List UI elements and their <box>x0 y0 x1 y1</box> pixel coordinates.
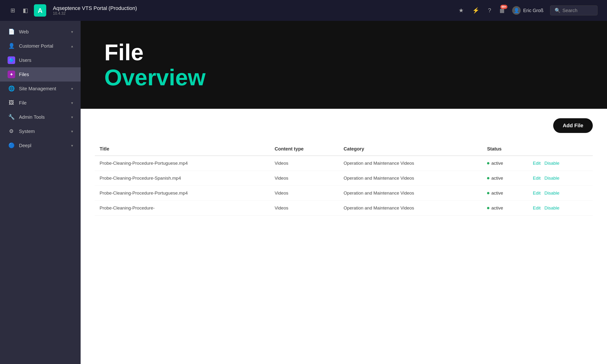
status-dot <box>487 192 489 194</box>
chevron-icon: ▾ <box>71 30 73 34</box>
col-content-type: Content type <box>270 143 339 156</box>
users-icon: 🔷 <box>8 56 15 64</box>
cell-content-type: Videos <box>270 201 339 216</box>
chevron-icon: ▾ <box>71 87 73 91</box>
add-file-button[interactable]: Add File <box>553 118 593 133</box>
cell-title: Probe-Cleaning-Procedure-Portuguese.mp4 <box>95 186 270 201</box>
app-version: 10.4.32 <box>53 11 137 16</box>
disable-link[interactable]: Disable <box>544 176 559 181</box>
search-label: Search <box>562 8 577 13</box>
cell-title: Probe-Cleaning-Procedure- <box>95 201 270 216</box>
chevron-icon: ▾ <box>71 129 73 134</box>
cell-category: Operation and Maintenance Videos <box>339 156 482 171</box>
sidebar-label-users: Users <box>19 58 73 63</box>
topbar: ⊞ ◧ A Aqseptence VTS Portal (Production)… <box>0 0 607 21</box>
chevron-icon: ▾ <box>71 101 73 105</box>
status-text: active <box>491 176 503 181</box>
edit-link[interactable]: Edit <box>533 206 541 210</box>
cell-status: active <box>482 201 528 216</box>
sidebar-label-admin-tools: Admin Tools <box>19 115 67 120</box>
status-text: active <box>491 206 503 211</box>
col-title: Title <box>95 143 270 156</box>
sidebar-label-deepl: Deepl <box>19 143 67 148</box>
cell-title: Probe-Cleaning-Procedure-Portuguese.mp4 <box>95 156 270 171</box>
lightning-icon[interactable]: ⚡ <box>471 6 480 15</box>
col-category: Category <box>339 143 482 156</box>
table-row: Probe-Cleaning-Procedure-Portuguese.mp4V… <box>95 156 593 171</box>
status-text: active <box>491 191 503 196</box>
edit-link[interactable]: Edit <box>533 191 541 195</box>
app-logo: A <box>34 4 46 17</box>
deepl-icon: 🔵 <box>8 142 15 149</box>
notification-badge: 99+ <box>500 5 507 9</box>
sidebar-item-file[interactable]: 🖼 File ▾ <box>0 96 81 110</box>
cell-content-type: Videos <box>270 186 339 201</box>
sidebar-label-files: Files <box>19 72 73 77</box>
sidebar-item-site-management[interactable]: 🌐 Site Management ▾ <box>0 81 81 96</box>
cell-category: Operation and Maintenance Videos <box>339 201 482 216</box>
chevron-icon: ▾ <box>71 115 73 119</box>
disable-link[interactable]: Disable <box>544 161 559 166</box>
col-status: Status <box>482 143 528 156</box>
status-dot <box>487 207 489 209</box>
edit-link[interactable]: Edit <box>533 176 541 181</box>
sidebar-item-web[interactable]: 📄 Web ▾ <box>0 25 81 39</box>
sidebar-item-customer-portal[interactable]: 👤 Customer Portal ▴ <box>0 39 81 53</box>
web-icon: 📄 <box>8 28 15 36</box>
app-icon[interactable]: ◧ <box>22 6 29 15</box>
cell-status: active <box>482 186 528 201</box>
svg-text:A: A <box>38 7 42 14</box>
cell-content-type: Videos <box>270 156 339 171</box>
main-area: 📄 Web ▾ 👤 Customer Portal ▴ 🔷 Users ✦ Fi… <box>0 21 607 364</box>
hero-title-line2: Overview <box>104 65 583 90</box>
admin-tools-icon: 🔧 <box>8 113 15 121</box>
sidebar-item-files[interactable]: ✦ Files <box>0 67 81 81</box>
status-dot <box>487 162 489 165</box>
site-management-icon: 🌐 <box>8 85 15 92</box>
system-icon: ⚙ <box>8 128 15 135</box>
table-row: Probe-Cleaning-Procedure-Spanish.mp4Vide… <box>95 171 593 186</box>
user-name: Eric Groß <box>523 8 543 13</box>
disable-link[interactable]: Disable <box>544 206 559 210</box>
cell-actions: EditDisable <box>528 171 593 186</box>
table-body: Probe-Cleaning-Procedure-Portuguese.mp4V… <box>95 156 593 216</box>
sidebar-item-deepl[interactable]: 🔵 Deepl ▾ <box>0 138 81 153</box>
file-icon: 🖼 <box>8 99 15 107</box>
disable-link[interactable]: Disable <box>544 191 559 195</box>
table-area: Add File Title Content type Category Sta… <box>81 109 607 364</box>
hero-banner: File Overview <box>81 21 607 109</box>
table-header: Title Content type Category Status <box>95 143 593 156</box>
cell-category: Operation and Maintenance Videos <box>339 186 482 201</box>
search-bar[interactable]: 🔍 Search <box>550 5 597 15</box>
cell-actions: EditDisable <box>528 201 593 216</box>
table-row: Probe-Cleaning-Procedure-VideosOperation… <box>95 201 593 216</box>
content-area: File Overview Add File Title Content typ… <box>81 21 607 364</box>
sidebar-label-file: File <box>19 100 67 106</box>
search-icon: 🔍 <box>554 8 561 13</box>
sidebar-item-admin-tools[interactable]: 🔧 Admin Tools ▾ <box>0 110 81 124</box>
grid-icon[interactable]: ⊞ <box>10 6 16 15</box>
app-info: Aqseptence VTS Portal (Production) 10.4.… <box>53 5 137 16</box>
table-toolbar: Add File <box>95 118 593 133</box>
chevron-icon: ▴ <box>71 44 73 48</box>
sidebar-label-system: System <box>19 129 67 134</box>
cell-status: active <box>482 156 528 171</box>
sidebar-label-customer-portal: Customer Portal <box>19 43 67 49</box>
sidebar-label-site-management: Site Management <box>19 86 67 91</box>
sidebar-item-system[interactable]: ⚙ System ▾ <box>0 124 81 138</box>
help-icon[interactable]: ? <box>487 6 492 15</box>
sidebar-item-users[interactable]: 🔷 Users <box>0 53 81 67</box>
cell-category: Operation and Maintenance Videos <box>339 171 482 186</box>
cell-status: active <box>482 171 528 186</box>
edit-link[interactable]: Edit <box>533 161 541 166</box>
topbar-actions: ★ ⚡ ? ▦ 99+ 👤 Eric Groß 🔍 Search <box>458 5 597 15</box>
favorites-icon[interactable]: ★ <box>458 6 465 15</box>
chevron-icon: ▾ <box>71 143 73 148</box>
status-text: active <box>491 161 503 166</box>
sidebar: 📄 Web ▾ 👤 Customer Portal ▴ 🔷 Users ✦ Fi… <box>0 21 81 364</box>
notifications-icon[interactable]: ▦ 99+ <box>499 6 505 15</box>
table-row: Probe-Cleaning-Procedure-Portuguese.mp4V… <box>95 186 593 201</box>
customer-portal-icon: 👤 <box>8 42 15 50</box>
user-menu[interactable]: 👤 Eric Groß <box>512 6 543 15</box>
sidebar-label-web: Web <box>19 29 67 35</box>
